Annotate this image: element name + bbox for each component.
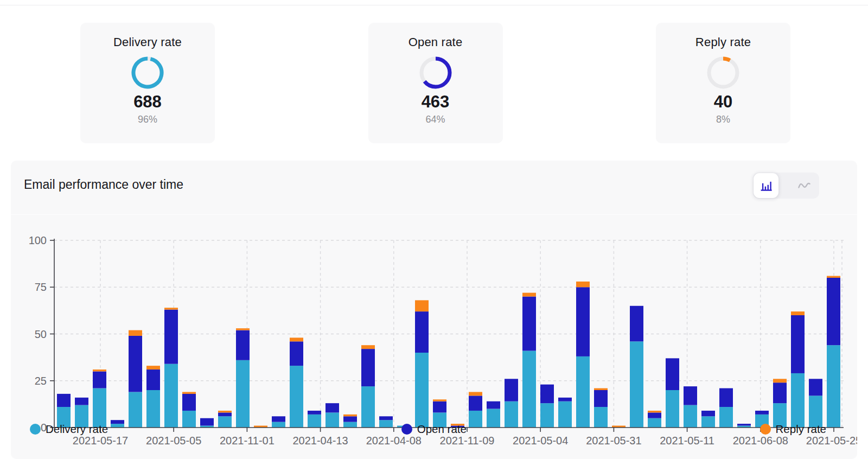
- bar-segment: [827, 278, 840, 345]
- legend-item-reply-rate[interactable]: Reply rate: [760, 423, 826, 436]
- svg-text:2021-05-04: 2021-05-04: [513, 435, 568, 447]
- panel-header: Email performance over time: [11, 161, 857, 215]
- stat-card-title: Open rate: [368, 35, 503, 49]
- bar-segment: [361, 345, 375, 349]
- bar-segment: [522, 297, 536, 351]
- bar-segment: [719, 388, 733, 407]
- svg-text:2021-11-01: 2021-11-01: [220, 435, 275, 447]
- bar-segment: [146, 390, 160, 428]
- bar-segment: [594, 388, 608, 390]
- stat-value: 688: [80, 93, 215, 110]
- bar-chart-icon: [759, 177, 774, 194]
- open-rate-legend-dot: [401, 424, 412, 435]
- svg-text:100: 100: [29, 234, 47, 246]
- bar-segment: [648, 412, 661, 418]
- bar-segment: [326, 403, 339, 412]
- legend-item-open-rate[interactable]: Open rate: [401, 423, 467, 436]
- stat-card-title: Delivery rate: [80, 35, 215, 49]
- bar-segment: [684, 386, 697, 405]
- bar-segment: [558, 398, 572, 401]
- svg-text:2021-05-05: 2021-05-05: [146, 435, 201, 447]
- bar-segment: [415, 353, 429, 428]
- bar-segment: [791, 373, 805, 428]
- bar-segment: [469, 392, 482, 396]
- bar-segment: [164, 308, 178, 309]
- bar-segment: [666, 390, 679, 428]
- bar-segment: [343, 416, 357, 422]
- stat-card-title: Reply rate: [656, 35, 790, 49]
- bar-segment: [594, 390, 608, 407]
- bar-segment: [469, 396, 482, 411]
- stat-card-reply: Reply rate 40 8%: [656, 23, 790, 143]
- bar-segment: [129, 330, 142, 336]
- reply-rate-legend-dot: [760, 424, 771, 435]
- bar-segment: [182, 394, 196, 411]
- bar-chart-toggle-button[interactable]: [754, 173, 778, 198]
- stat-percent: 8%: [656, 114, 790, 125]
- bar-segment: [164, 364, 178, 428]
- bar-segment: [576, 282, 590, 287]
- open-rate-ring-chart: [418, 55, 453, 90]
- bar-segment: [146, 366, 160, 369]
- legend-item-delivery-rate[interactable]: Delivery rate: [30, 423, 108, 436]
- svg-text:2021-04-13: 2021-04-13: [292, 435, 348, 447]
- stat-value: 463: [368, 93, 503, 110]
- stat-cards-row: Delivery rate 688 96% Open rate 463 64% …: [80, 23, 790, 143]
- bar-segment: [290, 366, 303, 428]
- bar-segment: [93, 369, 106, 371]
- bar-segment: [540, 385, 554, 404]
- bar-segment: [576, 287, 590, 356]
- bar-segment: [433, 401, 446, 413]
- bar-segment: [290, 341, 303, 366]
- bar-segment: [773, 382, 787, 403]
- stat-value: 40: [656, 93, 790, 110]
- bar-segment: [791, 315, 805, 373]
- bar-segment: [666, 358, 679, 390]
- svg-text:50: 50: [35, 328, 47, 340]
- bar-segment: [630, 341, 643, 428]
- svg-text:2021-05-25: 2021-05-25: [806, 435, 857, 447]
- bar-segment: [93, 388, 106, 428]
- bar-segment: [809, 379, 822, 396]
- bar-segment: [487, 401, 500, 409]
- bar-segment: [93, 372, 106, 388]
- bar-segment: [630, 306, 643, 342]
- bar-segment: [361, 349, 375, 386]
- bar-segment: [236, 328, 250, 330]
- svg-text:2021-04-08: 2021-04-08: [366, 435, 422, 447]
- bar-segment: [343, 415, 357, 416]
- bar-segment: [164, 310, 178, 364]
- reply-rate-ring-chart: [706, 55, 741, 90]
- svg-text:2021-11-09: 2021-11-09: [440, 435, 495, 447]
- svg-text:2021-05-31: 2021-05-31: [586, 435, 641, 447]
- legend-label: Delivery rate: [46, 423, 108, 436]
- email-performance-chart[interactable]: 02550751002021-05-172021-05-052021-11-01…: [22, 217, 857, 448]
- bar-segment: [755, 411, 769, 415]
- legend-label: Open rate: [417, 423, 467, 436]
- line-chart-toggle-button[interactable]: [789, 173, 819, 199]
- bar-segment: [576, 356, 590, 428]
- top-divider: [0, 5, 868, 5]
- bar-segment: [236, 360, 250, 428]
- bars-group[interactable]: [57, 276, 840, 428]
- chart-title: Email performance over time: [24, 177, 183, 192]
- bar-segment: [791, 311, 805, 315]
- bar-segment: [522, 293, 536, 297]
- stat-percent: 64%: [368, 114, 503, 125]
- chart-legend: Delivery rate Open rate Reply rate: [30, 423, 826, 436]
- bar-segment: [129, 336, 142, 392]
- bar-segment: [701, 411, 715, 416]
- bar-segment: [379, 416, 393, 420]
- legend-label: Reply rate: [776, 423, 826, 436]
- svg-text:75: 75: [35, 281, 47, 293]
- bar-segment: [308, 411, 321, 415]
- chart-type-toggle: [753, 173, 819, 199]
- bar-segment: [415, 300, 429, 311]
- bar-segment: [433, 399, 446, 401]
- bar-segment: [415, 311, 429, 353]
- svg-text:2021-05-11: 2021-05-11: [660, 435, 714, 447]
- stat-percent: 96%: [80, 114, 215, 125]
- email-performance-panel: Email performance over time 025507510020…: [11, 161, 857, 459]
- svg-text:2021-06-08: 2021-06-08: [733, 435, 788, 447]
- bar-segment: [57, 394, 71, 407]
